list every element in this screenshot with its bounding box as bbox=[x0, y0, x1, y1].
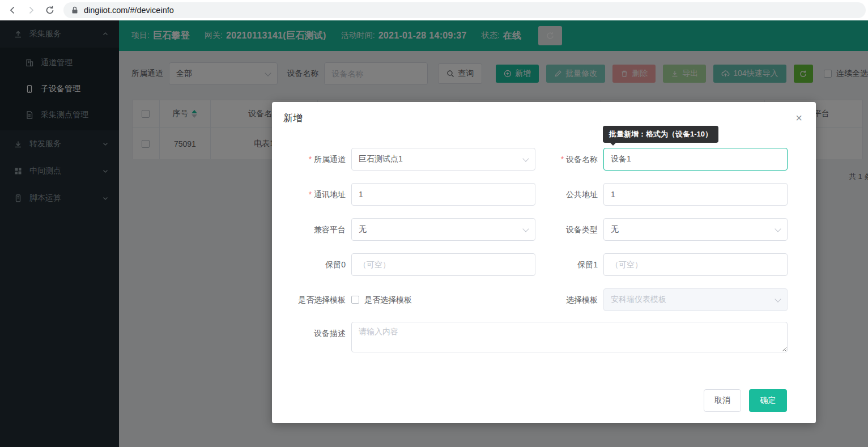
address-bar[interactable]: dingiiot.com/#/deviceinfo bbox=[63, 2, 866, 18]
reserve0-field-wrap bbox=[351, 253, 535, 276]
comm-addr-field-label: 通讯地址 bbox=[283, 183, 346, 206]
template-select: 安科瑞仪表模板 bbox=[603, 288, 788, 311]
batch-add-tooltip: 批量新增：格式为（设备1-10） bbox=[603, 126, 718, 143]
reserve0-field[interactable] bbox=[359, 260, 528, 269]
compat-select[interactable]: 无 bbox=[351, 218, 535, 241]
cancel-button[interactable]: 取消 bbox=[704, 389, 741, 412]
device-type-field-label: 设备类型 bbox=[535, 218, 598, 241]
description-field-label: 设备描述 bbox=[283, 322, 346, 344]
device-type-select-value: 无 bbox=[611, 224, 619, 235]
description-textarea[interactable] bbox=[351, 322, 788, 352]
lock-icon bbox=[71, 6, 78, 14]
use-template-checkbox[interactable] bbox=[351, 296, 359, 304]
device-type-select[interactable]: 无 bbox=[603, 218, 788, 241]
device-name-field-label: 设备名称 bbox=[535, 148, 598, 171]
reserve1-field-label: 保留1 bbox=[535, 253, 598, 276]
channel-select-value: 巨石测试点1 bbox=[359, 154, 403, 164]
compat-select-value: 无 bbox=[359, 224, 367, 235]
use-template-field-label: 是否选择模板 bbox=[283, 288, 346, 311]
reserve1-field-wrap bbox=[603, 253, 788, 276]
chevron-down-icon bbox=[522, 155, 529, 161]
add-device-modal: 新增 × 所属通道 巨石测试点1 设备名称 通讯地址 公共地址 兼容平台 无 设… bbox=[272, 102, 816, 423]
comm-addr-field[interactable] bbox=[359, 190, 528, 199]
chevron-down-icon bbox=[522, 225, 529, 232]
chevron-down-icon bbox=[775, 225, 781, 232]
url-text: dingiiot.com/#/deviceinfo bbox=[84, 6, 174, 15]
reserve1-field[interactable] bbox=[611, 260, 780, 269]
browser-back-icon[interactable] bbox=[6, 4, 19, 16]
reserve0-field-label: 保留0 bbox=[283, 253, 346, 276]
use-template-checkbox-label: 是否选择模板 bbox=[364, 288, 412, 311]
template-select-value: 安科瑞仪表模板 bbox=[611, 295, 666, 305]
device-name-field[interactable] bbox=[611, 155, 780, 164]
channel-select[interactable]: 巨石测试点1 bbox=[351, 148, 535, 171]
chevron-down-icon bbox=[775, 296, 781, 302]
browser-forward-icon bbox=[25, 4, 37, 16]
browser-chrome: dingiiot.com/#/deviceinfo bbox=[0, 0, 868, 20]
modal-title: 新增 bbox=[283, 112, 303, 125]
compat-field-label: 兼容平台 bbox=[283, 218, 346, 241]
device-name-field-wrap bbox=[603, 148, 788, 171]
public-addr-field-wrap bbox=[603, 183, 788, 206]
browser-reload-icon[interactable] bbox=[44, 4, 56, 16]
template-field-label: 选择模板 bbox=[535, 288, 598, 311]
comm-addr-field-wrap bbox=[351, 183, 535, 206]
public-addr-field[interactable] bbox=[611, 190, 780, 199]
confirm-button[interactable]: 确定 bbox=[749, 389, 787, 412]
close-icon[interactable]: × bbox=[792, 109, 806, 127]
public-addr-field-label: 公共地址 bbox=[535, 183, 598, 206]
channel-field-label: 所属通道 bbox=[283, 148, 346, 171]
